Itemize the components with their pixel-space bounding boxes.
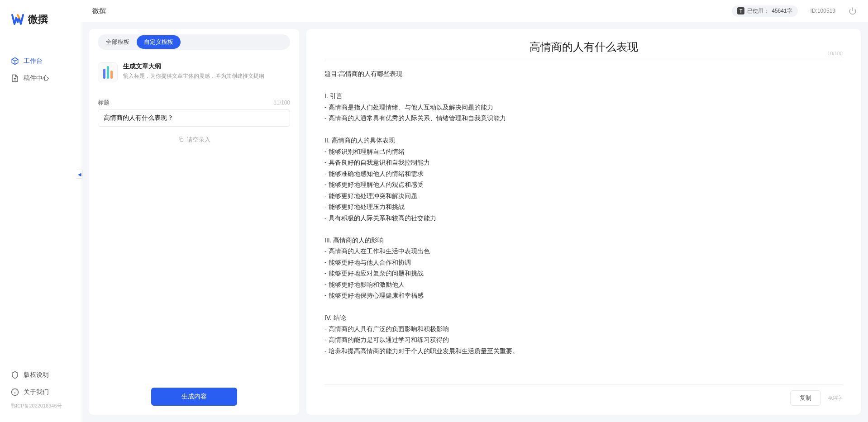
- nav-label: 工作台: [24, 57, 43, 65]
- nav-workspace[interactable]: 工作台: [0, 52, 81, 70]
- input-panel: 全部模板 自定义模板 生成文章大纲 输入标题，为你提供文章主体的灵感，并为其创建…: [89, 29, 299, 415]
- sidebar-bottom: 版权说明 关于我们 鄂ICP备2022016946号: [0, 363, 81, 415]
- user-id: ID:100519: [811, 8, 835, 14]
- nav-copyright[interactable]: 版权说明: [0, 366, 81, 384]
- record-hint[interactable]: 请空录入: [98, 127, 290, 153]
- nav-label: 稿件中心: [24, 74, 49, 82]
- nav-label: 关于我们: [24, 388, 49, 396]
- output-footer: 复制 404字: [324, 384, 843, 406]
- logo-text: 微撰: [28, 13, 48, 26]
- chevron-left-icon: ◀: [78, 172, 81, 177]
- record-hint-text: 请空录入: [187, 136, 210, 144]
- usage-label: 已使用：: [747, 7, 769, 15]
- title-char-count: 11/100: [273, 100, 290, 106]
- output-body[interactable]: 题目:高情商的人有哪些表现 I. 引言 - 高情商是指人们处理情绪、与他人互动以…: [324, 68, 843, 377]
- generate-button[interactable]: 生成内容: [151, 388, 237, 406]
- sidebar-collapse-button[interactable]: ◀: [76, 170, 83, 179]
- power-button[interactable]: [848, 6, 857, 15]
- content: 全部模板 自定义模板 生成文章大纲 输入标题，为你提供文章主体的灵感，并为其创建…: [81, 22, 868, 422]
- template-icon: [98, 62, 118, 82]
- title-label: 标题: [98, 99, 110, 107]
- nav: 工作台 稿件中心: [0, 39, 81, 363]
- shield-icon: [11, 371, 19, 379]
- output-title-meta: 10/100: [827, 51, 843, 56]
- divider: [324, 60, 843, 60]
- info-icon: [11, 388, 19, 396]
- output-title: 高情商的人有什么表现: [324, 40, 843, 60]
- sidebar: 微撰 工作台 稿件中心 版权说明: [0, 0, 81, 422]
- template-tabs: 全部模板 自定义模板: [98, 34, 290, 50]
- copy-icon: [178, 136, 184, 144]
- nav-drafts[interactable]: 稿件中心: [0, 70, 81, 87]
- template-title: 生成文章大纲: [123, 62, 264, 71]
- main: 微撰 T 已使用： 45641字 ID:100519 全部模板 自定义模板: [81, 0, 868, 422]
- doc-icon: [11, 74, 19, 82]
- topbar-right: T 已使用： 45641字 ID:100519: [732, 5, 857, 17]
- logo-icon: [11, 13, 24, 26]
- app-title: 微撰: [92, 7, 106, 15]
- template-desc: 输入标题，为你提供文章主体的灵感，并为其创建推文提纲: [123, 72, 264, 80]
- topbar: 微撰 T 已使用： 45641字 ID:100519: [81, 0, 868, 22]
- text-icon: T: [737, 7, 744, 14]
- nav-about[interactable]: 关于我们: [0, 384, 81, 401]
- title-input[interactable]: [98, 109, 290, 127]
- copy-button[interactable]: 复制: [790, 390, 821, 406]
- icp-text: 鄂ICP备2022016946号: [0, 401, 81, 411]
- output-panel: 高情商的人有什么表现 10/100 题目:高情商的人有哪些表现 I. 引言 - …: [306, 29, 861, 415]
- input-body: 标题 11/100 请空录入: [98, 90, 290, 388]
- svg-rect-2: [180, 138, 183, 141]
- usage-pill[interactable]: T 已使用： 45641字: [732, 5, 797, 17]
- tab-custom-templates[interactable]: 自定义模板: [137, 35, 181, 49]
- tab-all-templates[interactable]: 全部模板: [99, 35, 137, 49]
- nav-label: 版权说明: [24, 371, 49, 379]
- usage-value: 45641字: [772, 7, 792, 15]
- word-count: 404字: [828, 394, 843, 402]
- template-card: 生成文章大纲 输入标题，为你提供文章主体的灵感，并为其创建推文提纲: [98, 57, 290, 90]
- cube-icon: [11, 57, 19, 65]
- logo[interactable]: 微撰: [0, 7, 81, 39]
